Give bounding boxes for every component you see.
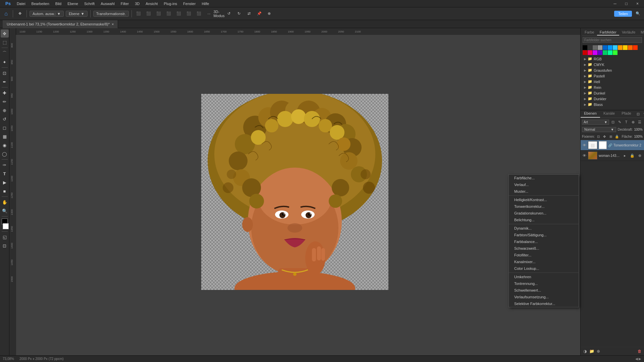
- layer-tonwertkorrektur[interactable]: 👁 ▤ 🔗 Tonwertkorrektur 2: [581, 140, 644, 150]
- transform-btn[interactable]: Transformationstr.: [93, 11, 129, 17]
- menu-tonwert[interactable]: Tonwertkorrektur...: [509, 203, 579, 210]
- swatch-violet[interactable]: [593, 50, 597, 55]
- align-middle-btn[interactable]: ⬛: [175, 10, 183, 18]
- folder-hell[interactable]: ▶ 📁 Hell: [583, 79, 642, 84]
- move-tool[interactable]: ✥: [1, 29, 9, 38]
- document-tab[interactable]: Unbenannt-1 bei 73,1% (Tonwertkorrektur …: [3, 20, 118, 28]
- swatch-search-input[interactable]: [583, 37, 642, 43]
- menu-umkehren[interactable]: Umkehren: [509, 274, 579, 280]
- distribute-btn[interactable]: ⬛: [195, 10, 203, 18]
- align-right-btn[interactable]: ⬛: [155, 10, 163, 18]
- brush-tool[interactable]: ✏: [1, 98, 9, 106]
- background-color[interactable]: [3, 223, 9, 229]
- eraser-tool[interactable]: ◻: [1, 124, 9, 132]
- menu-gradation[interactable]: Gradationskurven...: [509, 210, 579, 217]
- menu-hilfe[interactable]: Hilfe: [199, 1, 212, 6]
- swatch-pink[interactable]: [588, 50, 592, 55]
- dodge-tool[interactable]: ◯: [1, 150, 9, 158]
- swatch-dark-orange[interactable]: [628, 45, 633, 50]
- rotate-btn[interactable]: ↻: [235, 10, 243, 18]
- menu-schwellenwert[interactable]: Schwellenwert...: [509, 287, 579, 294]
- swatch-green[interactable]: [603, 50, 607, 55]
- folder-dunkler[interactable]: ▶ 📁 Dunkler: [583, 96, 642, 102]
- menu-color-lookup[interactable]: Color Lookup...: [509, 265, 579, 272]
- home-btn[interactable]: ⌂: [2, 10, 10, 18]
- menu-flaeche[interactable]: Farbfläche...: [509, 175, 579, 181]
- swatch-light-blue[interactable]: [613, 45, 618, 50]
- lock-position-icon[interactable]: ⊡: [596, 134, 601, 139]
- eyedropper-tool[interactable]: ✒: [1, 78, 9, 86]
- more-options-btn[interactable]: ···: [205, 10, 213, 18]
- history-brush[interactable]: ↺: [1, 115, 9, 123]
- layer-group-btn[interactable]: 📁: [589, 348, 595, 354]
- tab-kanaele[interactable]: Kanäle: [600, 110, 618, 118]
- app-icon[interactable]: Ps: [3, 0, 13, 7]
- 3d-mode-btn[interactable]: 3D-Modus: [215, 10, 223, 18]
- tab-pfade[interactable]: Pfade: [618, 110, 635, 118]
- swatch-sky-blue[interactable]: [608, 45, 612, 50]
- layer-dropdown[interactable]: Ebene ▼: [66, 11, 88, 17]
- gradient-tool[interactable]: ▦: [1, 132, 9, 140]
- swatch-black[interactable]: [583, 45, 587, 50]
- swatch-purple[interactable]: [598, 50, 602, 55]
- menu-verlauf[interactable]: Verlauf...: [509, 181, 579, 188]
- layer-lock-2[interactable]: 🔒: [629, 153, 635, 159]
- tab-verlaeufe[interactable]: Verläufe: [619, 29, 638, 36]
- menu-kanalmixer[interactable]: Kanalmixer...: [509, 258, 579, 265]
- opacity-value[interactable]: 100%: [634, 128, 643, 131]
- tab-farbfelder[interactable]: Farbfelder: [597, 29, 619, 36]
- lasso-tool[interactable]: ⌒: [1, 49, 9, 57]
- menu-fenster[interactable]: Fenster: [180, 1, 198, 6]
- menu-farbbalance[interactable]: Farbbalance...: [509, 238, 579, 245]
- align-center-btn[interactable]: ⬛: [145, 10, 153, 18]
- align-left-btn[interactable]: ⬛: [135, 10, 143, 18]
- swatch-gray[interactable]: [593, 45, 597, 50]
- layer-extra-2[interactable]: ⊕: [637, 153, 643, 159]
- lock-artboard-icon[interactable]: ⊞: [608, 134, 613, 139]
- move-tool-icon[interactable]: ✥: [16, 10, 24, 18]
- menu-farbton[interactable]: Farbton/Sättigung...: [509, 232, 579, 238]
- select-tool[interactable]: ⬚: [1, 38, 9, 46]
- filter-btn3[interactable]: T: [623, 119, 629, 125]
- lock-all-icon[interactable]: 🔒: [614, 134, 619, 139]
- tab-muster[interactable]: Muster: [638, 29, 644, 36]
- menu-fotofilter[interactable]: Fotofilter...: [509, 252, 579, 258]
- restore-btn[interactable]: □: [623, 1, 630, 7]
- swatch-orange[interactable]: [618, 45, 623, 50]
- folder-cmyk[interactable]: ▶ 📁 CMYK: [583, 62, 642, 67]
- folder-rein[interactable]: ▶ 📁 Rein: [583, 84, 642, 90]
- menu-plugins[interactable]: Plug-ins: [161, 1, 180, 6]
- swatch-red-orange[interactable]: [633, 45, 638, 50]
- layer-arrow-2[interactable]: ▸: [622, 153, 628, 159]
- folder-rgb[interactable]: ▶ 📁 RGB: [583, 56, 642, 62]
- new-layer-btn[interactable]: ⊕: [595, 348, 601, 354]
- swatch-bright-green[interactable]: [613, 50, 618, 55]
- align-top-btn[interactable]: ⬛: [165, 10, 173, 18]
- menu-tontrennung[interactable]: Tontrennung...: [509, 280, 579, 287]
- menu-selektive-farbkorrektur[interactable]: Selektive Farbkorrektur...: [509, 300, 579, 307]
- menu-verlaufsumsetzung[interactable]: Verlaufsumsetzung...: [509, 294, 579, 300]
- text-tool[interactable]: T: [1, 170, 9, 178]
- swatch-yellow[interactable]: [623, 45, 628, 50]
- folder-dunkel[interactable]: ▶ 📁 Dunkel: [583, 90, 642, 96]
- menu-3d[interactable]: 3D: [132, 1, 142, 6]
- search-btn[interactable]: 🔍: [634, 10, 642, 18]
- share-btn[interactable]: Teilen: [614, 11, 632, 17]
- delete-layer-btn[interactable]: 🗑: [637, 348, 643, 354]
- layers-panel-icon1[interactable]: ⊡: [635, 111, 641, 117]
- folder-blass[interactable]: ▶ 📁 Blass: [583, 102, 642, 107]
- healing-tool[interactable]: ✚: [1, 89, 9, 97]
- filter-btn1[interactable]: ⊡: [610, 119, 616, 125]
- menu-ebene[interactable]: Ebene: [65, 1, 81, 6]
- lock-move-icon[interactable]: ✥: [602, 134, 607, 139]
- menu-schwarzweiss[interactable]: Schwarzweiß...: [509, 245, 579, 252]
- zoom-tool[interactable]: 🔍: [1, 207, 9, 215]
- auto-select-dropdown[interactable]: Autom. ausw.: ▼: [30, 11, 64, 17]
- blend-mode-dropdown[interactable]: Normal ▼: [582, 127, 616, 132]
- swatch-blue[interactable]: [603, 45, 607, 50]
- crop-tool[interactable]: ⊡: [1, 69, 9, 77]
- menu-muster[interactable]: Muster...: [509, 188, 579, 195]
- layer-visibility-2[interactable]: 👁: [582, 153, 587, 158]
- folder-pastell[interactable]: ▶ 📁 Pastell: [583, 73, 642, 79]
- new-fill-adj-layer-btn[interactable]: ◑: [582, 348, 588, 354]
